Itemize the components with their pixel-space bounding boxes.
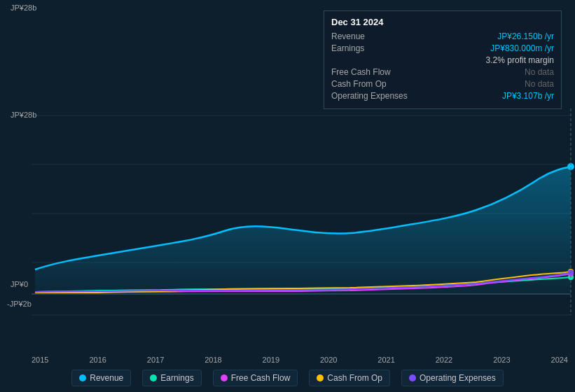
legend-item-revenue[interactable]: Revenue [71, 370, 131, 386]
x-label-2015: 2015 [32, 356, 48, 364]
tooltip-opex-label: Operating Expenses [331, 91, 422, 101]
tooltip-revenue-row: Revenue JP¥26.150b /yr [331, 31, 554, 41]
chart-svg [0, 108, 575, 357]
x-label-2021: 2021 [377, 356, 394, 364]
tooltip-cashfromop-row: Cash From Op No data [331, 79, 554, 89]
tooltip-cashfromop-value: No data [422, 79, 554, 89]
legend-dot-cashfromop [317, 374, 324, 382]
tooltip-earnings-label: Earnings [331, 43, 422, 53]
tooltip-fcf-label: Free Cash Flow [331, 67, 422, 77]
tooltip-profit-margin-value: 3.2% profit margin [422, 55, 554, 65]
tooltip-date: Dec 31 2024 [331, 17, 554, 27]
x-label-2017: 2017 [147, 356, 164, 364]
legend-item-cashfromop[interactable]: Cash From Op [309, 370, 390, 386]
legend-label-fcf: Free Cash Flow [231, 373, 291, 383]
x-label-2016: 2016 [89, 356, 106, 364]
x-label-2022: 2022 [436, 356, 452, 364]
y-axis-0-label: JP¥0 [11, 280, 28, 288]
y-axis-neg2b-label: -JP¥2b [7, 300, 32, 308]
legend-item-opex[interactable]: Operating Expenses [401, 370, 504, 386]
legend-item-earnings[interactable]: Earnings [142, 370, 201, 386]
x-axis: 2015 2016 2017 2018 2019 2020 2021 2022 … [32, 356, 568, 364]
y-axis-28b-label: JP¥28b [11, 111, 36, 119]
legend-label-opex: Operating Expenses [420, 373, 496, 383]
data-tooltip: Dec 31 2024 Revenue JP¥26.150b /yr Earni… [324, 10, 562, 109]
legend-dot-revenue [79, 374, 86, 382]
legend-dot-fcf [221, 374, 228, 382]
x-label-2019: 2019 [263, 356, 279, 364]
tooltip-cashfromop-label: Cash From Op [331, 79, 422, 89]
tooltip-fcf-row: Free Cash Flow No data [331, 67, 554, 77]
legend-dot-earnings [150, 374, 157, 382]
x-label-2024: 2024 [551, 356, 568, 364]
legend-label-cashfromop: Cash From Op [327, 373, 382, 383]
legend-dot-opex [409, 374, 416, 382]
tooltip-earnings-row: Earnings JP¥830.000m /yr [331, 43, 554, 53]
tooltip-revenue-value: JP¥26.150b /yr [422, 31, 554, 41]
tooltip-revenue-label: Revenue [331, 31, 422, 41]
legend-label-earnings: Earnings [160, 373, 193, 383]
x-label-2018: 2018 [205, 356, 221, 364]
x-label-2020: 2020 [320, 356, 337, 364]
tooltip-opex-value: JP¥3.107b /yr [422, 91, 554, 101]
tooltip-profit-margin-row: 3.2% profit margin [331, 55, 554, 65]
legend-label-revenue: Revenue [90, 373, 123, 383]
tooltip-earnings-value: JP¥830.000m /yr [422, 43, 554, 53]
y-axis-top-label: JP¥28b [11, 4, 36, 12]
x-label-2023: 2023 [493, 356, 510, 364]
chart-legend: Revenue Earnings Free Cash Flow Cash Fro… [0, 370, 575, 386]
tooltip-fcf-value: No data [422, 67, 554, 77]
legend-item-fcf[interactable]: Free Cash Flow [213, 370, 298, 386]
tooltip-opex-row: Operating Expenses JP¥3.107b /yr [331, 91, 554, 101]
